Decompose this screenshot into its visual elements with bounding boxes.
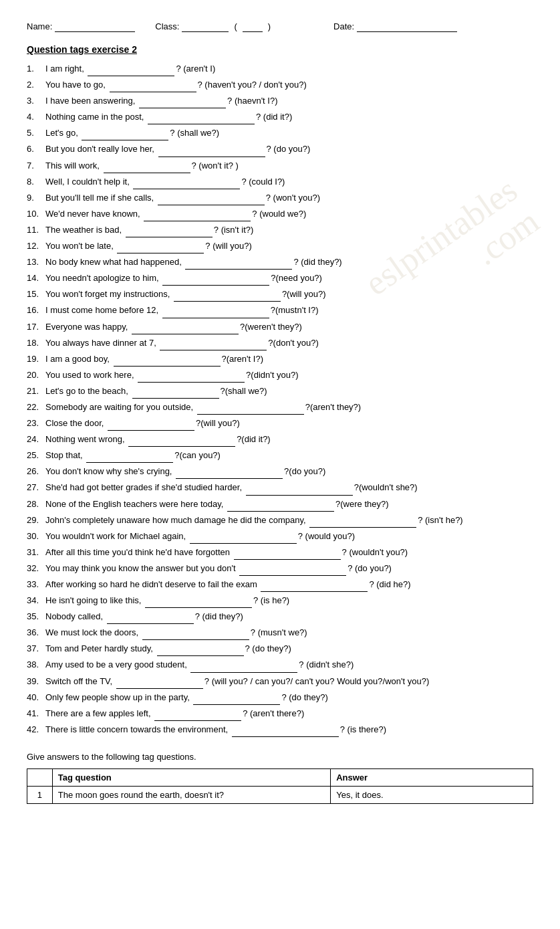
question-17: 17. Everyone was happy, ?(weren't they?) — [27, 320, 533, 334]
blank-24[interactable] — [128, 437, 235, 447]
name-field: Name: — [27, 20, 135, 32]
question-3: 3. I have been answering, ? (haevn't I?) — [27, 94, 533, 108]
blank-21[interactable] — [132, 389, 219, 399]
blank-8[interactable] — [133, 180, 240, 189]
question-12: 12. You won't be late, ? (will you?) — [27, 239, 533, 253]
question-10: 10. We'd never have known, ? (would we?) — [27, 207, 533, 221]
question-25: 25. Stop that, ?(can you?) — [27, 448, 533, 463]
question-34: 34. He isn't going to like this, ? (is h… — [27, 593, 533, 608]
blank-33[interactable] — [261, 583, 368, 592]
question-39: 39. Switch off the TV, ? (will you? / ca… — [27, 674, 533, 689]
question-11: 11. The weather is bad, ? (isn't it?) — [27, 223, 533, 237]
col-answer-header: Answer — [331, 768, 533, 786]
question-4: 4. Nothing came in the post, ? (did it?) — [27, 110, 533, 124]
question-9: 9. But you'll tell me if she calls, ? (w… — [27, 191, 533, 205]
blank-27[interactable] — [246, 486, 353, 496]
blank-2[interactable] — [110, 83, 196, 92]
question-24: 24. Nothing went wrong, ?(did it?) — [27, 432, 533, 447]
blank-1[interactable] — [88, 67, 174, 76]
question-8: 8. Well, I couldn't help it, ? (could I?… — [27, 175, 533, 189]
blank-10[interactable] — [144, 212, 251, 221]
blank-31[interactable] — [234, 550, 341, 560]
class-paren-close: ) — [268, 21, 271, 31]
class-label: Class: — [155, 21, 179, 31]
header: Name: Class: ( ) Date: — [27, 20, 533, 32]
blank-9[interactable] — [158, 196, 265, 205]
blank-41[interactable] — [154, 712, 241, 721]
blank-30[interactable] — [190, 534, 297, 544]
question-32: 32. You may think you know the answer bu… — [27, 561, 533, 576]
question-6: 6. But you don't really love her, ? (do … — [27, 142, 533, 157]
question-7: 7. This will work, ? (won't it? ) — [27, 159, 533, 173]
question-40: 40. Only few people show up in the party… — [27, 690, 533, 705]
date-underline[interactable] — [357, 20, 457, 32]
blank-26[interactable] — [176, 470, 283, 479]
blank-18[interactable] — [160, 341, 267, 350]
question-16: 16. I must come home before 12, ?(mustn'… — [27, 303, 533, 318]
blank-25[interactable] — [86, 453, 173, 463]
question-5: 5. Let's go, ? (shall we?) — [27, 126, 533, 140]
table-row: 1 The moon goes round the earth, doesn't… — [27, 786, 533, 803]
blank-40[interactable] — [193, 696, 280, 705]
question-37: 37. Tom and Peter hardly study, ? (do th… — [27, 641, 533, 656]
question-18: 18. You always have dinner at 7, ?(don't… — [27, 336, 533, 350]
question-36: 36. We must lock the doors, ? (musn't we… — [27, 625, 533, 640]
blank-28[interactable] — [227, 502, 334, 512]
blank-6[interactable] — [158, 148, 265, 157]
row-answer: Yes, it does. — [331, 786, 533, 803]
blank-42[interactable] — [232, 728, 339, 737]
question-21: 21. Let's go to the beach, ?(shall we?) — [27, 384, 533, 399]
blank-17[interactable] — [132, 325, 239, 334]
table-header-row: Tag question Answer — [27, 768, 533, 786]
class-paren: ( — [234, 21, 237, 31]
question-29: 29. John's completely unaware how much d… — [27, 513, 533, 528]
blank-20[interactable] — [138, 373, 245, 383]
question-22: 22. Somebody are waiting for you outside… — [27, 400, 533, 415]
blank-38[interactable] — [190, 663, 297, 673]
question-27: 27. She'd had got better grades if she'd… — [27, 480, 533, 495]
blank-13[interactable] — [185, 260, 292, 270]
col-question-header: Tag question — [52, 768, 330, 786]
name-underline[interactable] — [55, 20, 135, 32]
question-15: 15. You won't forget my instructions, ?(… — [27, 287, 533, 302]
blank-37[interactable] — [157, 647, 244, 656]
blank-4[interactable] — [148, 115, 255, 124]
blank-19[interactable] — [114, 357, 221, 367]
blank-36[interactable] — [142, 631, 249, 640]
question-31: 31. After all this time you'd think he'd… — [27, 545, 533, 560]
worksheet-title: Question tags exercise 2 — [27, 44, 533, 55]
blank-7[interactable] — [104, 164, 190, 173]
blank-5[interactable] — [82, 131, 168, 140]
blank-23[interactable] — [108, 421, 194, 431]
blank-15[interactable] — [174, 292, 281, 302]
blank-11[interactable] — [126, 228, 213, 237]
question-1: 1. I am right, ? (aren't I) — [27, 62, 533, 76]
blank-35[interactable] — [107, 615, 194, 624]
blank-3[interactable] — [139, 99, 226, 108]
question-41: 41. There are a few apples left, ? (aren… — [27, 706, 533, 721]
question-30: 30. You wouldn't work for Michael again,… — [27, 529, 533, 544]
question-33: 33. After working so hard he didn't dese… — [27, 577, 533, 592]
question-28: 28. None of the English teachers were he… — [27, 497, 533, 512]
blank-34[interactable] — [145, 599, 252, 608]
class-paren-underline[interactable] — [243, 20, 263, 32]
question-38: 38. Amy used to be a very good student, … — [27, 657, 533, 672]
blank-29[interactable] — [309, 518, 416, 528]
class-field: Class: ( ) — [155, 20, 273, 32]
class-underline[interactable] — [182, 20, 229, 32]
blank-16[interactable] — [162, 309, 269, 318]
name-label: Name: — [27, 21, 52, 31]
blank-39[interactable] — [116, 680, 203, 689]
question-26: 26. You don't know why she's crying, ?(d… — [27, 464, 533, 479]
col-num-header — [27, 768, 53, 786]
blank-14[interactable] — [162, 276, 269, 286]
questions-list: 1. I am right, ? (aren't I) 2. You have … — [27, 62, 533, 737]
question-2: 2. You have to go, ? (haven't you? / don… — [27, 78, 533, 92]
question-23: 23. Close the door, ?(will you?) — [27, 416, 533, 431]
date-field: Date: — [333, 20, 457, 32]
blank-12[interactable] — [117, 244, 204, 253]
blank-22[interactable] — [197, 405, 304, 415]
question-20: 20. You used to work here, ?(didn't you?… — [27, 368, 533, 383]
blank-32[interactable] — [239, 566, 346, 576]
section2-label: Give answers to the following tag questi… — [27, 752, 533, 762]
